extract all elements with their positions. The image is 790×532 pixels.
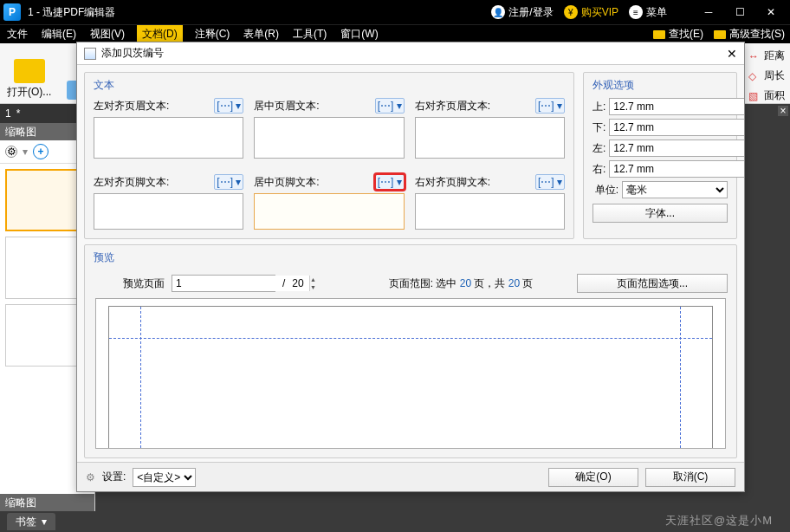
- footer-left-label: 左对齐页脚文本:: [94, 175, 214, 190]
- dialog-footer: ⚙ 设置: <自定义> 确定(O) 取消(C): [77, 462, 744, 491]
- panel-close[interactable]: ×: [778, 106, 788, 116]
- measure-distance[interactable]: ↔距离: [748, 49, 785, 63]
- margin-bottom-label: 下:: [592, 120, 605, 135]
- measure-perimeter[interactable]: ◇周长: [748, 68, 785, 83]
- margin-top-input[interactable]: ▲▼: [609, 98, 744, 115]
- menu-icon: ≡: [629, 5, 643, 19]
- unit-select[interactable]: 毫米: [622, 181, 728, 198]
- margin-right-input[interactable]: ▲▼: [609, 160, 744, 178]
- margin-right-label: 右:: [592, 162, 605, 177]
- menu-document[interactable]: 文档(D): [137, 25, 183, 43]
- bates-dialog: 添加贝茨编号 ✕ 文本 左对齐页眉文本:[⋯] ▾ 居中页眉文本:[⋯] ▾: [76, 42, 745, 492]
- adv-find-menu[interactable]: 高级查找(S): [714, 27, 785, 42]
- folder-icon: [714, 30, 726, 39]
- bookmark-label: 书签: [16, 515, 36, 529]
- margin-left-input[interactable]: ▲▼: [609, 139, 744, 157]
- dialog-icon: [84, 48, 96, 60]
- preview-page-canvas: 1001: [108, 306, 713, 449]
- watermark: 天涯社区@这是小M: [665, 513, 773, 529]
- ok-button[interactable]: 确定(O): [548, 468, 638, 487]
- perimeter-icon: ◇: [748, 70, 761, 82]
- area-label: 面积: [764, 88, 785, 103]
- open-folder-icon: [14, 59, 45, 83]
- footer-center-input[interactable]: [254, 193, 404, 230]
- menu-file[interactable]: 文件: [5, 27, 29, 42]
- appearance-group: 外观选项 上:▲▼ 下:▲▼ 左:▲▼ 右:▲▼ 单位:毫米 字体...: [583, 72, 737, 239]
- appearance-title: 外观选项: [592, 78, 728, 93]
- folder-icon: [653, 30, 665, 39]
- close-button[interactable]: ✕: [755, 3, 787, 21]
- bookmark-tab[interactable]: 书签▾: [7, 513, 55, 530]
- dialog-titlebar[interactable]: 添加贝茨编号 ✕: [77, 42, 744, 65]
- guide-right: [680, 307, 681, 449]
- perimeter-label: 周长: [764, 68, 785, 83]
- vip-icon: ¥: [564, 5, 578, 19]
- preview-canvas[interactable]: 1001: [95, 298, 726, 449]
- header-left-input[interactable]: [94, 117, 243, 159]
- register-label: 注册/登录: [508, 5, 553, 20]
- text-group-title: 文本: [94, 78, 565, 93]
- preview-total-sep: /: [282, 277, 285, 289]
- footer-right-input[interactable]: [415, 193, 565, 230]
- page-range-text: 页面范围: 选中 20 页，共 20 页: [389, 276, 534, 291]
- header-right-input[interactable]: [415, 117, 565, 159]
- minimize-button[interactable]: ─: [693, 3, 724, 21]
- margin-top-label: 上:: [592, 100, 605, 114]
- gear-icon[interactable]: ⚙: [5, 146, 17, 158]
- menu-comment[interactable]: 注释(C): [193, 27, 232, 42]
- footer-right-insert[interactable]: [⋯] ▾: [535, 174, 565, 190]
- settings-select[interactable]: <自定义>: [133, 468, 196, 487]
- find-menu[interactable]: 查找(E): [653, 27, 703, 42]
- menu-tools[interactable]: 工具(T): [291, 27, 328, 42]
- header-center-insert[interactable]: [⋯] ▾: [375, 98, 405, 114]
- header-right-insert[interactable]: [⋯] ▾: [535, 98, 565, 114]
- settings-label: 设置:: [102, 470, 126, 484]
- doc-tab-label: 1: [5, 107, 11, 120]
- app-icon: P: [3, 3, 21, 21]
- footer-left-input[interactable]: [94, 193, 243, 230]
- header-center-input[interactable]: [254, 117, 404, 159]
- guide-top: [109, 338, 712, 339]
- open-button[interactable]: 打开(O)...: [7, 59, 51, 100]
- font-button[interactable]: 字体...: [592, 204, 728, 223]
- menubar: 文件 编辑(E) 视图(V) 文档(D) 注释(C) 表单(R) 工具(T) 窗…: [0, 24, 790, 43]
- area-icon: ▧: [748, 90, 761, 102]
- register-login[interactable]: 👤 注册/登录: [491, 5, 553, 20]
- dialog-close-button[interactable]: ✕: [727, 47, 737, 61]
- menu-window[interactable]: 窗口(W): [339, 27, 379, 42]
- window-title: 1 - 迅捷PDF编辑器: [28, 5, 491, 20]
- preview-page-input[interactable]: ▲▼: [172, 275, 275, 292]
- margin-left-label: 左:: [592, 141, 605, 156]
- footer-center-insert[interactable]: [⋯] ▾: [375, 174, 405, 190]
- gear-icon: ⚙: [86, 471, 95, 483]
- margin-bottom-input[interactable]: ▲▼: [609, 119, 744, 136]
- footer-right-label: 右对齐页脚文本:: [415, 175, 535, 190]
- gear-dropdown-icon[interactable]: ▾: [23, 146, 28, 158]
- footer-center-label: 居中页脚文本:: [254, 175, 374, 190]
- dialog-title: 添加贝茨编号: [101, 46, 164, 61]
- footer-left-insert[interactable]: [⋯] ▾: [214, 174, 243, 190]
- titlebar: P 1 - 迅捷PDF编辑器 👤 注册/登录 ¥ 购买VIP ≡ 菜单 ─ ☐ …: [0, 0, 790, 24]
- ruler-icon: ↔: [748, 50, 761, 62]
- add-page-button[interactable]: +: [33, 144, 49, 159]
- buy-vip[interactable]: ¥ 购买VIP: [564, 5, 618, 20]
- thumbnails-title-2: 缩略图: [0, 494, 94, 511]
- menu-view[interactable]: 视图(V): [88, 27, 126, 42]
- doc-tab-star-icon: *: [16, 107, 21, 120]
- header-left-insert[interactable]: [⋯] ▾: [214, 98, 243, 114]
- menu-form[interactable]: 表单(R): [242, 27, 281, 42]
- page-range-button[interactable]: 页面范围选项...: [577, 274, 728, 293]
- header-center-label: 居中页眉文本:: [254, 99, 374, 114]
- header-left-label: 左对齐页眉文本:: [94, 99, 214, 114]
- preview-title: 预览: [94, 250, 728, 265]
- cancel-button[interactable]: 取消(C): [645, 468, 735, 487]
- find-label: 查找(E): [669, 27, 703, 42]
- menu-edit[interactable]: 编辑(E): [40, 27, 78, 42]
- maximize-button[interactable]: ☐: [724, 3, 755, 21]
- open-label: 打开(O)...: [7, 85, 51, 100]
- chevron-down-icon: ▾: [42, 516, 47, 528]
- menu-label: 菜单: [646, 5, 667, 20]
- main-menu[interactable]: ≡ 菜单: [629, 5, 667, 20]
- distance-label: 距离: [764, 49, 785, 63]
- measure-area[interactable]: ▧面积: [748, 88, 785, 103]
